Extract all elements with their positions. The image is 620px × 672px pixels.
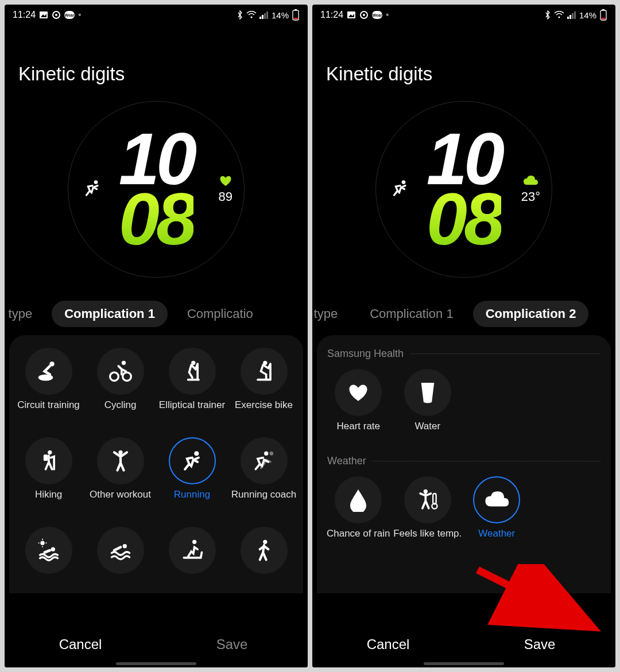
option-walking[interactable] xyxy=(228,523,300,586)
heart-icon xyxy=(219,174,232,187)
picture-icon xyxy=(39,10,48,20)
gear-icon xyxy=(52,10,61,20)
svg-rect-12 xyxy=(294,9,297,10)
watch-face-preview[interactable]: 10 08 89 xyxy=(68,101,245,278)
svg-rect-46 xyxy=(572,13,574,19)
save-button[interactable]: Save xyxy=(464,621,615,667)
bluetooth-icon xyxy=(237,10,243,20)
option-label: Other workout xyxy=(90,489,151,512)
dot-icon: • xyxy=(386,10,389,20)
option-running[interactable]: Running xyxy=(156,434,228,520)
swim-outdoor-icon xyxy=(36,538,61,563)
option-treadmill[interactable] xyxy=(156,523,228,586)
svg-point-51 xyxy=(402,180,406,184)
option-swimming[interactable] xyxy=(84,523,156,586)
option-heart-rate[interactable]: Heart rate xyxy=(324,366,393,448)
option-cycling[interactable]: Cycling xyxy=(84,344,156,430)
options-panel[interactable]: Samsung Health Heart rate Water Weather … xyxy=(317,335,611,593)
svg-rect-50 xyxy=(602,18,606,20)
option-weather[interactable]: Weather xyxy=(462,473,532,556)
footer: Cancel Save xyxy=(312,621,615,667)
signal-icon xyxy=(259,11,269,19)
category-samsung-health: Samsung Health xyxy=(327,348,600,360)
page-title: Kinetic digits xyxy=(312,25,615,95)
svg-point-3 xyxy=(55,14,57,16)
svg-rect-10 xyxy=(266,11,268,19)
cancel-button[interactable]: Cancel xyxy=(5,621,156,667)
watch-minute: 08 xyxy=(119,189,193,250)
cycling-icon xyxy=(108,359,133,384)
nav-handle[interactable] xyxy=(424,662,504,665)
tabs-row[interactable]: on type Complication 1 Complication 2 xyxy=(312,301,615,335)
tab-complication-2[interactable]: Complication 2 xyxy=(473,301,589,327)
gear-icon xyxy=(359,10,369,20)
nav-handle[interactable] xyxy=(116,662,196,665)
option-label: Exercise bike xyxy=(235,399,293,422)
option-other-workout[interactable]: Other workout xyxy=(84,434,156,520)
signal-icon xyxy=(567,11,576,19)
tab-complication-type[interactable]: lication type xyxy=(5,301,45,327)
svg-text:Wear: Wear xyxy=(373,13,382,17)
tab-complication-1[interactable]: Complication 1 xyxy=(52,301,168,327)
wifi-icon xyxy=(554,11,564,19)
battery-text: 14% xyxy=(579,10,596,20)
complication-heart: 89 xyxy=(219,174,232,204)
status-bar: 11:24 Wear • 14% xyxy=(312,5,615,25)
dot-icon: • xyxy=(78,10,82,20)
runner-icon xyxy=(82,178,103,201)
svg-point-25 xyxy=(194,451,199,456)
svg-rect-9 xyxy=(264,13,266,19)
exercise-bike-icon xyxy=(251,359,277,384)
save-button[interactable]: Save xyxy=(156,621,308,667)
feels-like-icon xyxy=(415,487,440,512)
tab-complication-1[interactable]: Complication 1 xyxy=(357,301,466,327)
svg-point-43 xyxy=(558,16,560,18)
battery-icon xyxy=(599,9,607,21)
option-water[interactable]: Water xyxy=(393,366,463,448)
svg-point-34 xyxy=(122,544,126,548)
svg-point-35 xyxy=(192,540,196,544)
other-workout-icon xyxy=(108,448,133,473)
svg-rect-44 xyxy=(567,17,569,19)
tabs-row[interactable]: lication type Complication 1 Complicatio xyxy=(5,301,308,335)
option-elliptical-trainer[interactable]: Elliptical trainer xyxy=(156,344,228,430)
svg-point-17 xyxy=(110,372,118,381)
battery-icon xyxy=(292,9,300,21)
option-label: Elliptical trainer xyxy=(159,399,225,422)
running-coach-icon xyxy=(251,448,277,473)
temp-value: 23° xyxy=(521,189,540,204)
category-title: Weather xyxy=(327,455,366,467)
svg-rect-8 xyxy=(262,15,264,19)
category-weather: Weather xyxy=(327,455,600,467)
svg-text:Wear: Wear xyxy=(65,13,75,17)
option-chance-of-rain[interactable]: Chance of rain xyxy=(324,473,393,556)
svg-rect-49 xyxy=(602,9,604,10)
option-label: Water xyxy=(414,421,440,444)
option-label: Chance of rain xyxy=(327,528,390,551)
heart-value: 89 xyxy=(219,189,232,204)
watch-face-preview[interactable]: 10 08 23° xyxy=(375,101,552,278)
wear-icon: Wear xyxy=(64,11,75,19)
option-feels-like[interactable]: Feels like temp. xyxy=(393,473,463,556)
cancel-button[interactable]: Cancel xyxy=(312,621,464,667)
tab-complication-2[interactable]: Complicatio xyxy=(175,301,266,327)
footer: Cancel Save xyxy=(5,621,308,667)
status-time: 11:24 xyxy=(320,10,343,20)
status-bar: 11:24 Wear • 14% xyxy=(5,5,308,25)
option-label: Circuit training xyxy=(17,399,80,422)
page-title: Kinetic digits xyxy=(5,25,308,95)
svg-point-26 xyxy=(269,452,273,456)
option-exercise-bike[interactable]: Exercise bike xyxy=(228,344,300,430)
option-hiking[interactable]: Hiking xyxy=(13,434,84,520)
svg-rect-13 xyxy=(294,18,298,20)
watch-digits: 10 08 xyxy=(119,129,193,250)
tab-complication-type[interactable]: on type xyxy=(312,301,350,327)
svg-point-27 xyxy=(264,452,268,456)
svg-point-28 xyxy=(40,541,44,545)
option-circuit-training[interactable]: Circuit training xyxy=(13,344,84,430)
cloud-icon xyxy=(483,490,510,510)
option-running-coach[interactable]: Running coach xyxy=(228,434,300,520)
option-swimming-sun[interactable] xyxy=(13,523,84,586)
options-panel[interactable]: Circuit training Cycling Elliptical trai… xyxy=(9,335,303,593)
svg-rect-47 xyxy=(574,11,576,19)
